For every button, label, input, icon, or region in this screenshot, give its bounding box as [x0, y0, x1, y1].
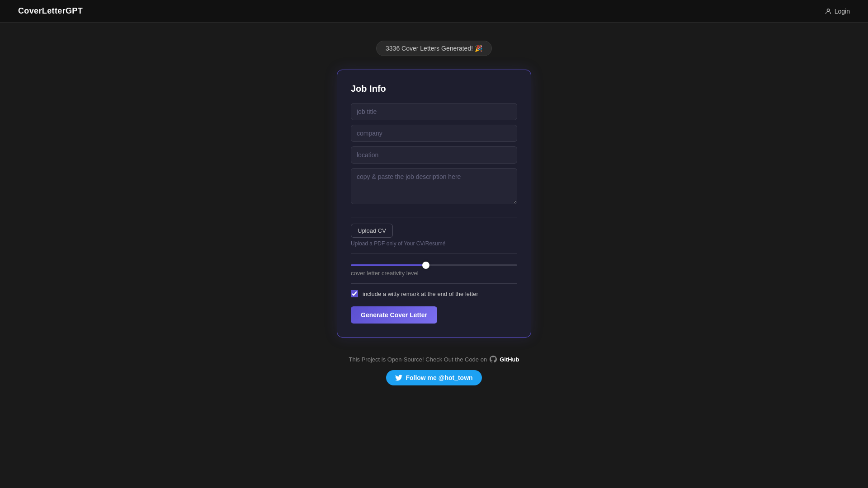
app-brand: CoverLetterGPT	[18, 6, 83, 16]
login-label: Login	[835, 8, 850, 15]
login-link[interactable]: Login	[825, 8, 850, 15]
generate-cover-letter-button[interactable]: Generate Cover Letter	[351, 306, 437, 324]
witty-checkbox-label[interactable]: include a witty remark at the end of the…	[363, 291, 478, 297]
company-input[interactable]	[351, 125, 517, 142]
navbar: CoverLetterGPT Login	[0, 0, 868, 23]
location-input[interactable]	[351, 146, 517, 164]
twitter-follow-button[interactable]: Follow me @hot_town	[386, 370, 481, 385]
upload-hint: Upload a PDF only of Your CV/Resumé	[351, 240, 517, 247]
slider-label: cover letter creativity level	[351, 270, 419, 277]
user-icon	[825, 8, 832, 15]
github-icon	[490, 356, 497, 363]
job-description-textarea[interactable]	[351, 168, 517, 204]
divider-2	[351, 253, 517, 253]
counter-badge: 3336 Cover Letters Generated! 🎉	[376, 41, 492, 56]
footer-opensource-text: This Project is Open-Source! Check Out t…	[349, 356, 519, 363]
main-content: 3336 Cover Letters Generated! 🎉 Job Info…	[0, 23, 868, 385]
counter-text: 3336 Cover Letters Generated! 🎉	[386, 45, 482, 52]
job-title-input[interactable]	[351, 103, 517, 120]
form-title: Job Info	[351, 84, 517, 94]
witty-checkbox-row: include a witty remark at the end of the…	[351, 290, 517, 297]
upload-cv-button[interactable]: Upload CV	[351, 224, 393, 238]
divider-1	[351, 217, 517, 217]
creativity-slider-container: cover letter creativity level	[351, 260, 517, 277]
svg-point-0	[827, 9, 829, 11]
witty-checkbox[interactable]	[351, 290, 358, 297]
twitter-label: Follow me @hot_town	[406, 374, 472, 381]
footer: This Project is Open-Source! Check Out t…	[349, 356, 519, 385]
creativity-slider[interactable]	[351, 264, 517, 266]
form-card: Job Info Upload CV Upload a PDF only of …	[337, 70, 531, 338]
opensource-label: This Project is Open-Source! Check Out t…	[349, 356, 487, 363]
twitter-icon	[395, 374, 402, 381]
divider-3	[351, 283, 517, 284]
github-link[interactable]: GitHub	[500, 356, 519, 363]
